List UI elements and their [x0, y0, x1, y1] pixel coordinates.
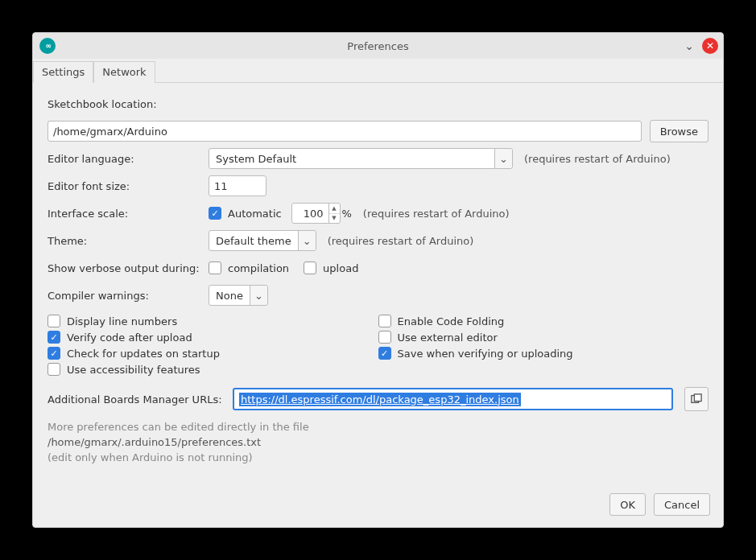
save-verify-label: Save when verifying or uploading [398, 348, 573, 360]
svg-rect-1 [694, 394, 701, 401]
scale-spinner[interactable]: 100 ▲▼ [291, 203, 341, 224]
browse-button[interactable]: Browse [650, 120, 708, 142]
chevron-down-icon[interactable]: ⌄ [494, 149, 512, 168]
editor-language-label: Editor language: [48, 153, 209, 165]
verify-label: Verify code after upload [67, 331, 192, 344]
preferences-file-path: /home/gmarx/.arduino15/preferences.txt [48, 436, 708, 448]
dialog-footer: OK Cancel [33, 485, 723, 527]
upload-label: upload [323, 262, 358, 274]
minimize-icon[interactable]: ⌄ [681, 39, 697, 52]
preferences-window: ∞ Preferences ⌄ ✕ Settings Network Sketc… [32, 32, 724, 528]
code-folding-checkbox[interactable] [378, 315, 391, 327]
titlebar: ∞ Preferences ⌄ ✕ [33, 33, 723, 59]
line-numbers-label: Display line numbers [67, 315, 177, 327]
compilation-label: compilation [228, 262, 289, 274]
arduino-icon: ∞ [39, 38, 56, 54]
cancel-button[interactable]: Cancel [654, 493, 710, 516]
sketchbook-label: Sketchbook location: [48, 98, 157, 110]
percent-label: % [342, 208, 352, 220]
external-editor-checkbox[interactable] [378, 331, 391, 344]
automatic-label: Automatic [228, 208, 282, 220]
sketchbook-path-input[interactable] [48, 121, 642, 142]
editor-language-select[interactable]: System Default ⌄ [209, 148, 513, 169]
accessibility-label: Use accessibility features [67, 364, 200, 376]
save-verify-checkbox[interactable] [378, 347, 391, 360]
tab-settings[interactable]: Settings [33, 61, 93, 83]
verbose-label: Show verbose output during: [48, 262, 209, 274]
compilation-checkbox[interactable] [209, 261, 221, 274]
footnote: More preferences can be edited directly … [48, 421, 708, 463]
theme-note: (requires restart of Arduino) [328, 235, 474, 247]
compiler-warnings-select[interactable]: None ⌄ [209, 285, 268, 306]
boards-urls-input[interactable]: https://dl.espressif.com/dl/package_esp3… [233, 388, 673, 410]
window-icon [691, 393, 702, 405]
font-size-input[interactable] [209, 175, 266, 196]
updates-label: Check for updates on startup [67, 348, 220, 360]
chevron-down-icon[interactable]: ⌄ [298, 231, 316, 250]
code-folding-label: Enable Code Folding [398, 315, 505, 327]
boards-urls-label: Additional Boards Manager URLs: [48, 393, 233, 406]
accessibility-checkbox[interactable] [48, 363, 60, 376]
external-editor-label: Use external editor [398, 331, 498, 344]
tabs: Settings Network [33, 59, 723, 83]
verify-checkbox[interactable] [48, 331, 60, 344]
footnote-line2: (edit only when Arduino is not running) [48, 451, 708, 463]
compiler-warnings-label: Compiler warnings: [48, 290, 209, 302]
tab-network[interactable]: Network [93, 61, 155, 83]
line-numbers-checkbox[interactable] [48, 315, 60, 327]
close-icon[interactable]: ✕ [702, 38, 718, 54]
updates-checkbox[interactable] [48, 347, 60, 360]
chevron-down-icon[interactable]: ⌄ [250, 286, 267, 305]
window-title: Preferences [347, 40, 408, 52]
interface-scale-label: Interface scale: [48, 208, 209, 220]
upload-checkbox[interactable] [304, 261, 316, 274]
font-size-label: Editor font size: [48, 180, 209, 192]
theme-select[interactable]: Default theme ⌄ [209, 230, 316, 251]
open-urls-dialog-button[interactable] [684, 387, 708, 411]
automatic-checkbox[interactable] [209, 207, 221, 220]
theme-label: Theme: [48, 235, 209, 247]
editor-language-note: (requires restart of Arduino) [524, 153, 671, 165]
boards-urls-value: https://dl.espressif.com/dl/package_esp3… [239, 393, 521, 406]
ok-button[interactable]: OK [609, 493, 646, 516]
footnote-line1: More preferences can be edited directly … [48, 421, 708, 433]
spinner-arrows-icon[interactable]: ▲▼ [328, 204, 340, 223]
scale-note: (requires restart of Arduino) [363, 208, 510, 220]
settings-panel: Sketchbook location: Browse Editor langu… [33, 83, 723, 485]
